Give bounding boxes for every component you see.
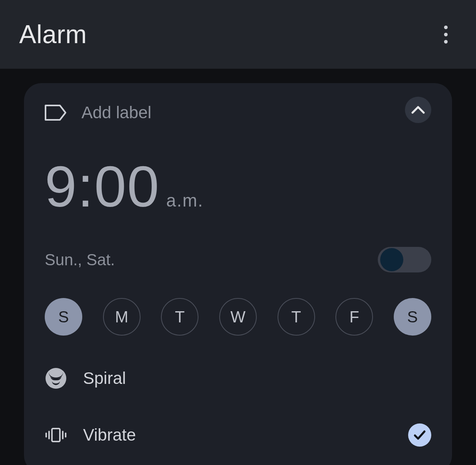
alarm-sound-name: Spiral: [83, 369, 126, 388]
alarm-card: Add label 9:00 a.m. Sun., Sat. S M T W: [24, 83, 452, 465]
day-chip-thu[interactable]: T: [278, 298, 315, 336]
alarm-time[interactable]: 9:00 a.m.: [45, 158, 431, 216]
day-chip-tue[interactable]: T: [161, 298, 198, 336]
spotify-icon: [45, 367, 67, 389]
weekday-selector: S M T W T F S: [45, 298, 431, 336]
time-value: 9:00: [45, 158, 160, 216]
vibrate-checkbox[interactable]: [408, 423, 431, 447]
alarm-enable-toggle[interactable]: [378, 247, 431, 272]
overflow-menu-button[interactable]: [434, 23, 457, 46]
more-vert-icon: [444, 26, 448, 44]
schedule-row: Sun., Sat.: [45, 247, 431, 272]
day-chip-wed[interactable]: W: [219, 298, 257, 336]
schedule-summary: Sun., Sat.: [45, 251, 115, 269]
label-placeholder: Add label: [81, 103, 151, 122]
content-area: Add label 9:00 a.m. Sun., Sat. S M T W: [0, 69, 476, 465]
page-title: Alarm: [19, 20, 87, 49]
alarm-sound-row[interactable]: Spiral: [45, 364, 431, 392]
time-ampm: a.m.: [166, 191, 204, 211]
day-chip-fri[interactable]: F: [335, 298, 373, 336]
check-icon: [413, 430, 426, 440]
day-chip-mon[interactable]: M: [103, 298, 141, 336]
chevron-up-icon: [411, 105, 425, 114]
vibrate-row[interactable]: Vibrate: [45, 421, 431, 449]
day-chip-sat[interactable]: S: [394, 298, 431, 336]
label-row[interactable]: Add label: [45, 98, 431, 127]
app-bar: Alarm: [0, 0, 476, 69]
label-outline-icon: [45, 104, 67, 121]
collapse-button[interactable]: [405, 97, 431, 123]
svg-rect-0: [52, 429, 60, 442]
day-chip-sun[interactable]: S: [45, 298, 82, 336]
vibrate-icon: [45, 424, 67, 446]
vibrate-label: Vibrate: [83, 425, 136, 445]
toggle-knob: [380, 248, 403, 271]
